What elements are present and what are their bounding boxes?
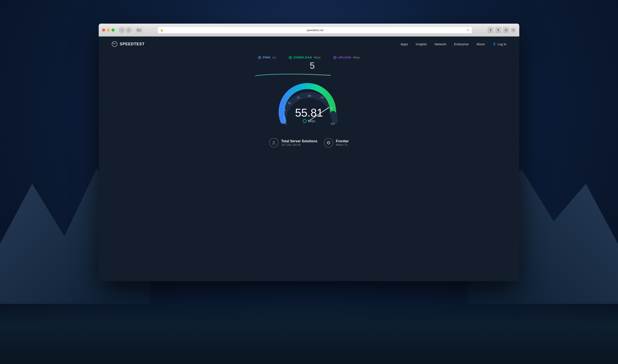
speed-unit-row: ↓ Mbps: [295, 119, 323, 123]
svg-text:0: 0: [285, 122, 286, 125]
speedtest-logo-icon: [112, 41, 118, 47]
maximize-button[interactable]: [112, 28, 115, 32]
ping-value: 5: [255, 61, 369, 70]
svg-text:100: 100: [330, 122, 335, 125]
sidebar-line: [137, 29, 140, 30]
svg-text:30: 30: [308, 94, 311, 97]
nav-buttons: ‹ ›: [119, 27, 132, 33]
site-content: SPEEDTEST Apps Insights Network Enterpri…: [99, 37, 519, 281]
speed-value: 55.81: [295, 107, 323, 118]
tabs-icon[interactable]: ⧉: [503, 27, 509, 33]
nav-about[interactable]: About: [476, 42, 485, 46]
traffic-lights: [102, 28, 115, 32]
sidebar-toggle[interactable]: [136, 28, 142, 32]
login-label: Log In: [497, 42, 506, 46]
ping-dot: [258, 56, 261, 59]
progress-line: [249, 71, 369, 78]
svg-text:5: 5: [284, 109, 286, 112]
back-button[interactable]: ‹: [119, 27, 125, 33]
download-icon[interactable]: ⬇: [488, 27, 493, 33]
isp-details: Frontier Miami, FL: [336, 139, 349, 146]
ping-unit: ms: [272, 56, 276, 59]
upload-label: UPLOAD: [338, 56, 351, 59]
nav-insights[interactable]: Insights: [416, 42, 427, 46]
host-ip: 107.181.164.36: [281, 143, 317, 146]
svg-point-3: [335, 57, 335, 58]
svg-text:10: 10: [288, 102, 291, 105]
download-unit: Mbps: [314, 56, 321, 59]
download-dot: [289, 56, 292, 59]
download-metric: DOWNLOAD Mbps: [289, 56, 321, 59]
address-text: speedtest.net: [165, 28, 465, 32]
host-name: Total Server Solutions: [281, 139, 317, 143]
ping-label: PING: [263, 56, 270, 59]
forward-button[interactable]: ›: [126, 27, 132, 33]
isp-icon: [324, 138, 333, 147]
isp-location: Miami, FL: [336, 143, 349, 146]
logo-text: SPEEDTEST: [120, 42, 145, 46]
nav-links: Apps Insights Network Enterprise About 👤…: [401, 42, 506, 46]
reload-button[interactable]: ↻: [467, 28, 469, 32]
server-info: Total Server Solutions 107.181.164.36 Fr…: [269, 138, 349, 147]
address-bar[interactable]: 🔒 speedtest.net ↻: [157, 26, 472, 33]
new-tab-button[interactable]: +: [511, 27, 516, 33]
title-bar: ‹ › 🔒 speedtest.net ↻ ⬇ ⬆ ⧉ +: [99, 24, 519, 37]
lock-icon: 🔒: [160, 29, 163, 32]
download-label: DOWNLOAD: [294, 56, 312, 59]
isp-name: Frontier: [336, 139, 349, 143]
svg-point-15: [273, 141, 275, 143]
speed-display: 55.81 ↓ Mbps: [295, 107, 323, 123]
nav-network[interactable]: Network: [435, 42, 446, 46]
host-server-item: Total Server Solutions 107.181.164.36: [269, 138, 317, 147]
user-icon: 👤: [492, 42, 496, 46]
svg-point-1: [259, 57, 260, 58]
ping-metric: PING ms: [258, 56, 276, 59]
main-content: PING ms DOWNLOAD Mbps UPLOAD Mbps: [99, 52, 519, 281]
gauge-svg: 0 1 5 10 20 30 50 75 100: [272, 78, 346, 134]
host-details: Total Server Solutions 107.181.164.36: [281, 139, 317, 146]
speed-unit-text: Mbps: [308, 119, 315, 123]
nav-enterprise[interactable]: Enterprise: [454, 42, 469, 46]
site-nav: SPEEDTEST Apps Insights Network Enterpri…: [99, 37, 519, 52]
logo-area[interactable]: SPEEDTEST: [112, 41, 145, 47]
download-unit-icon: ↓: [303, 119, 307, 123]
minimize-button[interactable]: [107, 28, 110, 32]
upload-metric: UPLOAD Mbps: [334, 56, 360, 59]
host-icon: [269, 138, 279, 147]
upload-dot: [334, 56, 336, 59]
share-icon[interactable]: ⬆: [495, 27, 501, 33]
sidebar-line: [137, 30, 141, 31]
forest-bottom: [0, 300, 618, 364]
toolbar-right: ⬇ ⬆ ⧉ +: [488, 27, 516, 33]
svg-text:1: 1: [283, 116, 284, 119]
svg-text:75: 75: [329, 106, 332, 110]
nav-login[interactable]: 👤 Log In: [492, 42, 506, 46]
isp-server-item: Frontier Miami, FL: [324, 138, 349, 147]
metrics-row: PING ms DOWNLOAD Mbps UPLOAD Mbps: [258, 56, 360, 59]
close-button[interactable]: [102, 28, 105, 32]
nav-apps[interactable]: Apps: [401, 42, 408, 46]
upload-unit: Mbps: [353, 56, 360, 59]
svg-text:20: 20: [297, 96, 300, 99]
browser-window: ‹ › 🔒 speedtest.net ↻ ⬇ ⬆ ⧉ +: [99, 24, 519, 281]
gauge-container: 0 1 5 10 20 30 50 75 100: [272, 78, 346, 134]
svg-point-2: [290, 57, 291, 58]
svg-text:50: 50: [321, 96, 324, 99]
